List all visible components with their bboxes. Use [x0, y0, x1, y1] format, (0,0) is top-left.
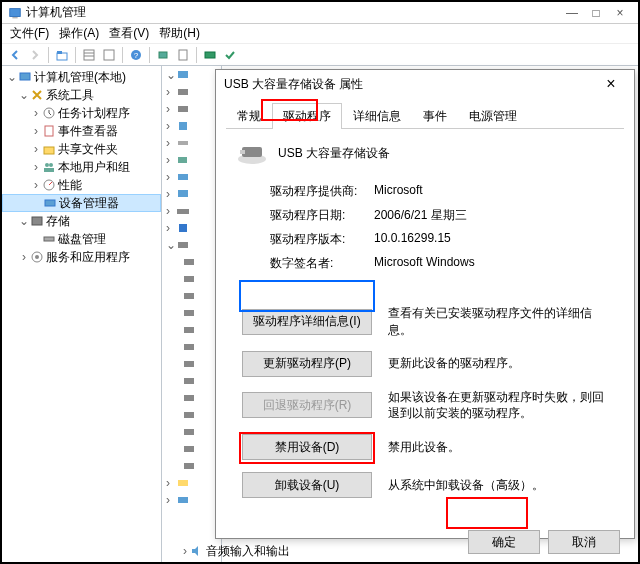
list-item[interactable] — [162, 389, 221, 406]
toolbar: ? — [2, 44, 638, 66]
tab-events[interactable]: 事件 — [412, 103, 458, 129]
scan-button[interactable] — [154, 46, 172, 64]
expander-icon: › — [30, 142, 42, 156]
svg-rect-41 — [184, 327, 194, 333]
list-item[interactable]: › — [162, 151, 221, 168]
info-label: 数字签名者: — [270, 255, 374, 272]
tree-tasksched[interactable]: ›任务计划程序 — [2, 104, 161, 122]
list-item[interactable]: › — [162, 219, 221, 236]
tree-label: 事件查看器 — [58, 123, 118, 140]
action-desc: 查看有关已安装驱动程序文件的详细信息。 — [388, 305, 614, 339]
disk-icon — [42, 232, 56, 246]
list-item[interactable]: › — [162, 134, 221, 151]
tree-label: 服务和应用程序 — [46, 249, 130, 266]
tree-storage[interactable]: ⌄存储 — [2, 212, 161, 230]
tree-devmgr[interactable]: 设备管理器 — [2, 194, 161, 212]
disable-device-button[interactable]: 禁用设备(D) — [242, 434, 372, 460]
menu-help[interactable]: 帮助(H) — [155, 23, 204, 44]
list-item[interactable]: › — [162, 100, 221, 117]
tree-root[interactable]: ⌄计算机管理(本地) — [2, 68, 161, 86]
tab-driver[interactable]: 驱动程序 — [272, 103, 342, 129]
back-button[interactable] — [6, 46, 24, 64]
list-item[interactable] — [162, 287, 221, 304]
tab-details[interactable]: 详细信息 — [342, 103, 412, 129]
expander-icon: › — [30, 124, 42, 138]
list-item[interactable] — [162, 372, 221, 389]
up-button[interactable] — [53, 46, 71, 64]
folder-shared-icon — [42, 142, 56, 156]
list-item[interactable] — [162, 406, 221, 423]
forward-button[interactable] — [26, 46, 44, 64]
expander-icon: › — [30, 106, 42, 120]
expander-icon: ⌄ — [166, 68, 176, 82]
list-item[interactable] — [162, 304, 221, 321]
list-item[interactable]: › — [162, 168, 221, 185]
list-item[interactable]: ⌄ — [162, 236, 221, 253]
battery-icon — [176, 154, 190, 166]
list-item[interactable]: ⌄ — [162, 66, 221, 83]
minimize-button[interactable]: — — [560, 6, 584, 20]
tree-localusers[interactable]: ›本地用户和组 — [2, 158, 161, 176]
list-item[interactable] — [162, 423, 221, 440]
rollback-driver-button: 回退驱动程序(R) — [242, 392, 372, 418]
help-button[interactable]: ? — [127, 46, 145, 64]
dialog-close-button[interactable]: × — [596, 73, 626, 95]
list-item[interactable]: › — [162, 185, 221, 202]
svg-rect-22 — [32, 217, 42, 225]
clock-icon — [42, 106, 56, 120]
svg-rect-50 — [178, 480, 188, 486]
uninstall-device-button[interactable]: 卸载设备(U) — [242, 472, 372, 498]
list-item[interactable] — [162, 440, 221, 457]
driver-details-button[interactable]: 驱动程序详细信息(I) — [242, 309, 372, 335]
tab-power[interactable]: 电源管理 — [458, 103, 528, 129]
device-button[interactable] — [201, 46, 219, 64]
list-item[interactable] — [162, 338, 221, 355]
cancel-button[interactable]: 取消 — [548, 530, 620, 554]
dialog-body: USB 大容量存储设备 驱动程序提供商:Microsoft 驱动程序日期:200… — [216, 129, 634, 522]
storage-icon — [30, 214, 44, 228]
tree-label: 磁盘管理 — [58, 231, 106, 248]
list-item[interactable] — [162, 457, 221, 474]
audio-icon — [190, 545, 204, 557]
svg-rect-31 — [178, 157, 187, 163]
menu-file[interactable]: 文件(F) — [6, 23, 53, 44]
list-item[interactable]: › — [162, 202, 221, 219]
list-item[interactable] — [162, 321, 221, 338]
device-header: USB 大容量存储设备 — [236, 141, 614, 165]
sw-icon — [176, 494, 190, 506]
tree-perf[interactable]: ›性能 — [2, 176, 161, 194]
expander-icon: › — [166, 221, 176, 235]
refresh-button[interactable] — [100, 46, 118, 64]
tree-shared[interactable]: ›共享文件夹 — [2, 140, 161, 158]
update-driver-button[interactable]: 更新驱动程序(P) — [242, 351, 372, 377]
list-item[interactable] — [162, 270, 221, 287]
tree-eventviewer[interactable]: ›事件查看器 — [2, 122, 161, 140]
svg-rect-39 — [184, 293, 194, 299]
enable-button[interactable] — [221, 46, 239, 64]
list-item[interactable]: › — [162, 83, 221, 100]
maximize-button[interactable]: □ — [584, 6, 608, 20]
monitor-icon — [176, 188, 190, 200]
ok-button[interactable]: 确定 — [468, 530, 540, 554]
app-icon — [8, 6, 22, 20]
tab-general[interactable]: 常规 — [226, 103, 272, 129]
svg-rect-49 — [184, 463, 194, 469]
window-close-button[interactable]: × — [608, 6, 632, 20]
list-item[interactable] — [162, 355, 221, 372]
list-item[interactable]: › — [162, 474, 221, 491]
list-item[interactable]: › — [162, 117, 221, 134]
tree-services[interactable]: ›服务和应用程序 — [2, 248, 161, 266]
tree-diskmgr[interactable]: 磁盘管理 — [2, 230, 161, 248]
device-icon — [182, 409, 196, 421]
list-item[interactable] — [162, 253, 221, 270]
svg-text:?: ? — [134, 51, 139, 60]
window-title: 计算机管理 — [26, 4, 560, 21]
view-button[interactable] — [80, 46, 98, 64]
list-item[interactable]: › — [162, 491, 221, 508]
menu-view[interactable]: 查看(V) — [105, 23, 153, 44]
svg-rect-27 — [178, 89, 188, 95]
properties-button[interactable] — [174, 46, 192, 64]
menu-action[interactable]: 操作(A) — [55, 23, 103, 44]
svg-rect-28 — [178, 106, 188, 112]
tree-systools[interactable]: ⌄系统工具 — [2, 86, 161, 104]
